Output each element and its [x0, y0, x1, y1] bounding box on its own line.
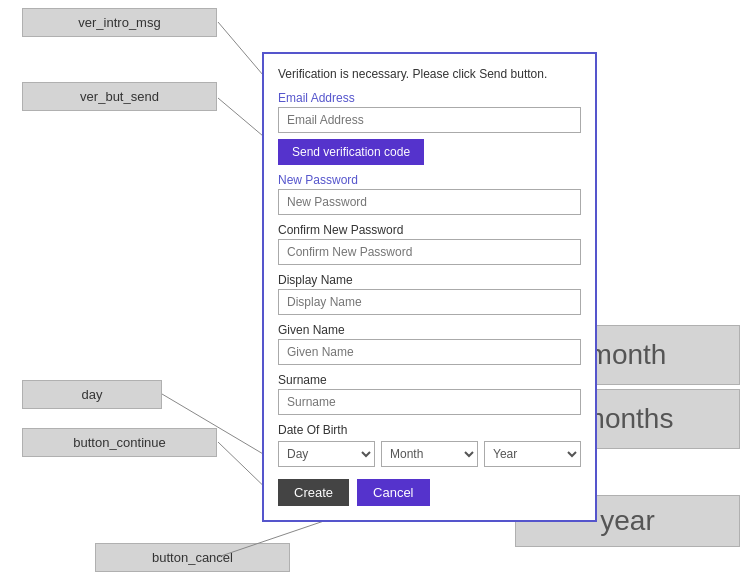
year-select[interactable]: Year 2024202320222021 2020201020001990 1… — [484, 441, 581, 467]
send-verification-button[interactable]: Send verification code — [278, 139, 424, 165]
day-select[interactable]: Day 12345 678910 1112131415 1617181920 2… — [278, 441, 375, 467]
confirm-input[interactable] — [278, 239, 581, 265]
given-label: Given Name — [278, 323, 581, 337]
ver-but-send-label: ver_but_send — [22, 82, 217, 111]
cancel-button[interactable]: Cancel — [357, 479, 429, 506]
svg-line-1 — [218, 98, 263, 136]
svg-line-0 — [218, 22, 263, 75]
email-label: Email Address — [278, 91, 581, 105]
confirm-label: Confirm New Password — [278, 223, 581, 237]
day-label: day — [22, 380, 162, 409]
given-input[interactable] — [278, 339, 581, 365]
button-continue-label: button_continue — [22, 428, 217, 457]
display-input[interactable] — [278, 289, 581, 315]
dob-label: Date Of Birth — [278, 423, 581, 437]
display-label: Display Name — [278, 273, 581, 287]
form-panel: Verification is necessary. Please click … — [262, 52, 597, 522]
month-select[interactable]: Month JanuaryFebruaryMarch AprilMayJune … — [381, 441, 478, 467]
ver-intro-msg-label: ver_intro_msg — [22, 8, 217, 37]
surname-label: Surname — [278, 373, 581, 387]
intro-text: Verification is necessary. Please click … — [278, 66, 581, 83]
create-button[interactable]: Create — [278, 479, 349, 506]
date-row: Day 12345 678910 1112131415 1617181920 2… — [278, 441, 581, 467]
email-input[interactable] — [278, 107, 581, 133]
action-row: Create Cancel — [278, 479, 581, 506]
password-label: New Password — [278, 173, 581, 187]
button-cancel-label: button_cancel — [95, 543, 290, 572]
password-input[interactable] — [278, 189, 581, 215]
surname-input[interactable] — [278, 389, 581, 415]
